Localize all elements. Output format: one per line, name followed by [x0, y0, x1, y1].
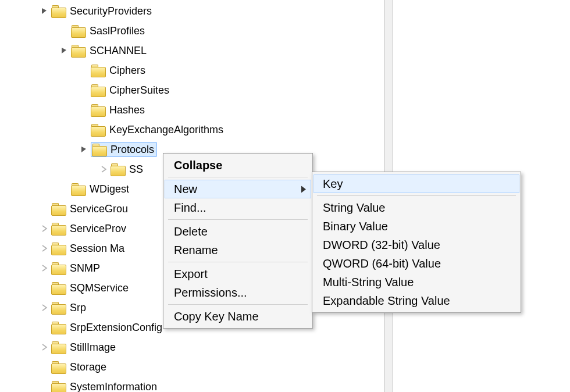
folder-icon: [51, 262, 66, 275]
menu-item-dword-value[interactable]: DWORD (32-bit) Value: [314, 236, 519, 254]
tree-label: CipherSuites: [109, 84, 169, 97]
context-menu: Collapse New Find... Delete Rename Expor…: [163, 153, 313, 329]
tree-label: ServiceGrou: [70, 203, 128, 215]
menu-item-rename[interactable]: Rename: [165, 241, 311, 259]
tree-node-systeminformation[interactable]: SystemInformation: [0, 377, 384, 392]
menu-separator: [168, 219, 308, 220]
menu-label: Delete: [174, 225, 208, 238]
folder-icon: [51, 5, 66, 17]
menu-label: Copy Key Name: [174, 310, 259, 323]
folder-icon: [111, 163, 126, 176]
collapse-arrow-icon[interactable]: [59, 45, 70, 56]
tree-label: SaslProfiles: [90, 25, 145, 37]
folder-icon: [92, 143, 107, 156]
menu-item-string-value[interactable]: String Value: [314, 198, 519, 217]
menu-separator: [317, 195, 516, 196]
menu-separator: [168, 304, 308, 305]
menu-label: Collapse: [174, 159, 222, 172]
menu-label: Export: [174, 268, 208, 281]
menu-item-key[interactable]: Key: [314, 174, 519, 193]
tree-node-ciphers[interactable]: Ciphers: [0, 60, 384, 80]
tree-label: SrpExtensionConfig: [70, 322, 162, 334]
folder-icon: [51, 341, 66, 354]
submenu-arrow-icon: [301, 183, 306, 196]
folder-icon: [51, 242, 66, 255]
menu-item-qword-value[interactable]: QWORD (64-bit) Value: [314, 254, 519, 273]
menu-item-permissions[interactable]: Permissions...: [165, 283, 311, 302]
menu-label: QWORD (64-bit) Value: [323, 257, 441, 270]
tree-label: SNMP: [70, 262, 100, 275]
menu-item-delete[interactable]: Delete: [165, 222, 311, 241]
menu-label: DWORD (32-bit) Value: [323, 238, 440, 252]
folder-icon: [51, 281, 66, 294]
tree-label: SS: [129, 163, 143, 176]
menu-label: Binary Value: [323, 220, 388, 233]
menu-item-binary-value[interactable]: Binary Value: [314, 217, 519, 236]
tree-node-keyexchange[interactable]: KeyExchangeAlgorithms: [0, 120, 384, 140]
tree-node-stillimage[interactable]: StillImage: [0, 337, 384, 357]
tree-node-ciphersuites[interactable]: CipherSuites: [0, 80, 384, 100]
menu-label: New: [174, 183, 197, 196]
menu-item-new[interactable]: New: [165, 180, 311, 198]
menu-separator: [168, 177, 308, 177]
collapse-arrow-icon[interactable]: [79, 144, 90, 155]
tree-node-hashes[interactable]: Hashes: [0, 100, 384, 120]
tree-node-securityproviders[interactable]: SecurityProviders: [0, 1, 384, 21]
folder-icon: [51, 222, 66, 235]
folder-icon: [91, 84, 106, 97]
context-submenu-new: Key String Value Binary Value DWORD (32-…: [312, 172, 521, 313]
menu-item-copykeyname[interactable]: Copy Key Name: [165, 307, 311, 326]
menu-label: Permissions...: [174, 286, 247, 300]
menu-label: Expandable String Value: [323, 294, 450, 308]
folder-icon: [51, 361, 66, 373]
tree-label: Session Ma: [70, 243, 124, 255]
tree-label: SecurityProviders: [70, 5, 152, 17]
tree-label: ServiceProv: [70, 223, 126, 235]
tree-node-schannel[interactable]: SCHANNEL: [0, 41, 384, 60]
folder-icon: [51, 301, 66, 314]
tree-label: Srp: [70, 302, 86, 314]
menu-label: Rename: [174, 244, 218, 257]
folder-icon: [91, 123, 106, 136]
folder-icon: [71, 183, 86, 195]
collapse-arrow-icon[interactable]: [40, 6, 50, 16]
tree-node-saslprofiles[interactable]: SaslProfiles: [0, 21, 384, 41]
menu-item-multistring-value[interactable]: Multi-String Value: [314, 273, 519, 291]
folder-icon: [71, 24, 86, 37]
tree-label: Ciphers: [109, 65, 145, 77]
expand-arrow-icon[interactable]: [40, 263, 50, 273]
folder-icon: [51, 202, 66, 215]
expand-arrow-icon[interactable]: [40, 223, 50, 234]
tree-label: StillImage: [70, 341, 116, 354]
menu-item-expandablestring-value[interactable]: Expandable String Value: [314, 291, 519, 310]
tree-label: WDigest: [90, 183, 129, 195]
tree-label: Protocols: [111, 144, 154, 156]
tree-label: SQMService: [70, 282, 129, 294]
folder-icon: [51, 321, 66, 334]
menu-label: Multi-String Value: [323, 276, 414, 289]
tree-label: SCHANNEL: [90, 45, 147, 57]
expand-arrow-icon[interactable]: [40, 243, 50, 254]
menu-separator: [168, 262, 308, 262]
tree-label: KeyExchangeAlgorithms: [109, 124, 223, 136]
tree-label: Storage: [70, 361, 106, 373]
menu-label: Key: [323, 177, 343, 191]
folder-icon: [91, 104, 106, 116]
folder-icon: [51, 380, 66, 392]
menu-label: String Value: [323, 201, 385, 215]
expand-arrow-icon[interactable]: [40, 302, 50, 313]
expand-arrow-icon[interactable]: [40, 342, 50, 352]
tree-node-storage[interactable]: Storage: [0, 357, 384, 377]
menu-label: Find...: [174, 201, 206, 215]
menu-item-find[interactable]: Find...: [165, 198, 311, 217]
menu-item-collapse[interactable]: Collapse: [165, 156, 311, 174]
tree-label: SystemInformation: [70, 381, 157, 393]
tree-label: Hashes: [109, 104, 145, 116]
folder-icon: [91, 64, 106, 77]
folder-icon: [71, 44, 86, 57]
menu-item-export[interactable]: Export: [165, 265, 311, 283]
expand-arrow-icon[interactable]: [99, 164, 109, 174]
